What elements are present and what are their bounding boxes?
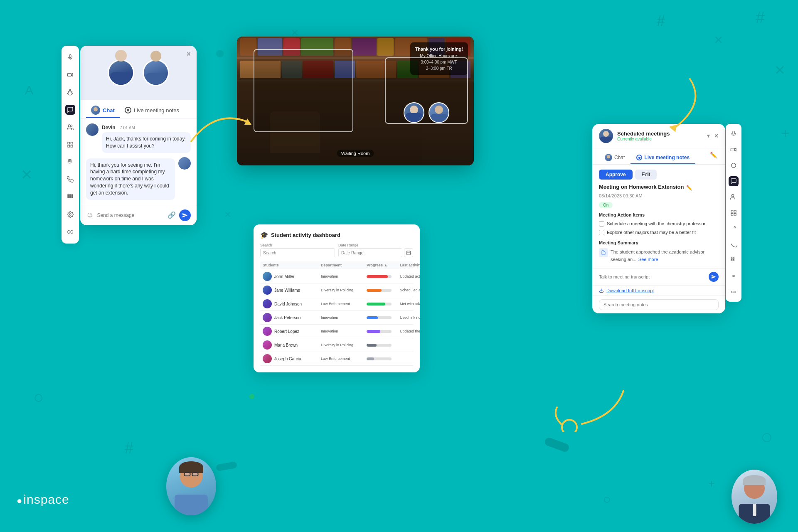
meeting-apps-icon[interactable] bbox=[729, 255, 739, 265]
meeting-title: Scheduled meetings bbox=[617, 131, 670, 137]
student-avatar bbox=[263, 299, 272, 308]
caption-icon[interactable]: CC bbox=[65, 227, 75, 237]
meeting-tabs: Chat Live meeting notes ✏️ bbox=[592, 148, 725, 165]
svg-rect-13 bbox=[71, 197, 73, 198]
chat-sidebar: CC bbox=[62, 46, 79, 244]
date-range-start[interactable] bbox=[338, 248, 402, 257]
progress-cell bbox=[367, 289, 400, 292]
chat-messages: Devin 7:01 AM Hi, Jack, thanks for comin… bbox=[80, 118, 197, 205]
tab-chat[interactable]: Chat bbox=[86, 103, 120, 118]
approve-button[interactable]: Approve bbox=[599, 170, 633, 180]
svg-rect-7 bbox=[71, 145, 73, 147]
emoji-icon[interactable]: ☺ bbox=[86, 211, 94, 219]
send-button[interactable] bbox=[179, 209, 191, 221]
users-icon[interactable] bbox=[65, 122, 75, 132]
dept-cell: Innovation bbox=[321, 315, 367, 320]
transcript-send-button[interactable] bbox=[709, 272, 719, 282]
person-illustration-older bbox=[732, 470, 777, 524]
table-row: Jane Williams Diversity in Policing Sche… bbox=[260, 283, 413, 297]
meeting-panel: Scheduled meetings Currently available ▼… bbox=[592, 124, 725, 313]
video-background: Waiting Room Thank you for joining! My O… bbox=[237, 37, 474, 165]
chat-icon[interactable] bbox=[65, 105, 75, 115]
table-body: John Miller Innovation Updated action it… bbox=[260, 270, 413, 366]
video-icon[interactable] bbox=[65, 70, 75, 80]
svg-rect-11 bbox=[68, 197, 69, 198]
svg-rect-12 bbox=[70, 197, 71, 198]
meeting-users-icon[interactable] bbox=[729, 192, 739, 202]
progress-cell bbox=[367, 303, 400, 305]
summary-icon bbox=[599, 248, 608, 257]
student-name-cell: Maria Brown bbox=[263, 340, 321, 350]
action-items-title: Meeting Action Items bbox=[599, 212, 719, 217]
devin-avatar bbox=[86, 123, 99, 136]
chat-tabs: Chat Live meeting notes bbox=[80, 100, 197, 118]
meeting-tab-notes[interactable]: Live meeting notes bbox=[631, 152, 695, 164]
meeting-settings-icon[interactable] bbox=[729, 271, 739, 281]
meeting-phone-icon[interactable] bbox=[729, 239, 739, 249]
participant-avatar-1 bbox=[108, 59, 134, 86]
mic-icon[interactable] bbox=[65, 52, 75, 62]
search-input[interactable] bbox=[260, 248, 335, 257]
meeting-hand-icon[interactable] bbox=[729, 224, 739, 234]
search-notes-input[interactable] bbox=[599, 299, 719, 310]
person-illustration-young bbox=[166, 457, 216, 515]
dept-cell: Innovation bbox=[321, 274, 367, 278]
date-label: Date Range bbox=[338, 243, 413, 247]
transcript-input[interactable] bbox=[599, 274, 705, 279]
dept-cell: Diversity in Policing bbox=[321, 288, 367, 292]
message-devin: Devin 7:01 AM Hi, Jack, thanks for comin… bbox=[86, 123, 191, 153]
student-avatar bbox=[263, 313, 272, 322]
svg-rect-19 bbox=[733, 131, 734, 134]
summary-title: Meeting Summary bbox=[599, 240, 719, 245]
date-icon[interactable] bbox=[404, 248, 413, 257]
tab-live-notes[interactable]: Live meeting notes bbox=[120, 103, 184, 118]
svg-point-3 bbox=[68, 125, 70, 127]
meeting-grid-icon[interactable] bbox=[729, 208, 739, 218]
meeting-header: Scheduled meetings Currently available ▼… bbox=[592, 124, 725, 148]
svg-rect-4 bbox=[68, 142, 70, 144]
settings-icon[interactable] bbox=[65, 209, 75, 219]
see-more-link[interactable]: See more bbox=[638, 257, 658, 262]
dashboard-title: 🎓 Student activity dashboard bbox=[260, 231, 413, 239]
meeting-mic-icon[interactable] bbox=[729, 129, 739, 139]
progress-cell bbox=[367, 275, 400, 278]
download-link[interactable]: Download full transcript bbox=[606, 288, 654, 293]
attach-icon[interactable]: 🔗 bbox=[167, 211, 176, 219]
message-time: 7:01 AM bbox=[120, 126, 135, 130]
dropdown-icon[interactable]: ▼ bbox=[706, 133, 711, 139]
approve-edit-row: Approve Edit bbox=[599, 170, 719, 180]
sender-name: Devin bbox=[102, 125, 116, 131]
svg-rect-29 bbox=[731, 260, 732, 261]
meeting-tab-chat[interactable]: Chat bbox=[599, 152, 631, 164]
checkbox-2[interactable] bbox=[599, 230, 604, 235]
svg-rect-30 bbox=[733, 260, 734, 261]
svg-rect-25 bbox=[731, 213, 733, 215]
hand-icon[interactable] bbox=[65, 157, 75, 167]
progress-cell bbox=[367, 316, 400, 319]
apps-icon[interactable] bbox=[65, 192, 75, 202]
puzzle-icon[interactable] bbox=[65, 87, 75, 97]
meeting-close-button[interactable]: × bbox=[714, 132, 719, 140]
svg-rect-28 bbox=[733, 258, 734, 259]
close-button[interactable]: × bbox=[186, 50, 191, 59]
meeting-puzzle-icon[interactable] bbox=[729, 160, 739, 170]
meeting-chat-icon[interactable] bbox=[729, 176, 739, 186]
svg-point-31 bbox=[733, 275, 734, 277]
edit-pencil-icon[interactable]: ✏️ bbox=[710, 152, 719, 164]
meeting-caption-icon[interactable]: CC bbox=[729, 287, 739, 297]
checkbox-1[interactable] bbox=[599, 221, 604, 227]
summary-row: The student approached the academic advi… bbox=[599, 248, 719, 263]
message-text: Hi, Jack, thanks for coming in today. Ho… bbox=[102, 132, 191, 153]
dept-cell: Innovation bbox=[321, 329, 367, 333]
grid-icon[interactable] bbox=[65, 140, 75, 150]
action-item-1-text: Schedule a meeting with the chemistry pr… bbox=[607, 221, 705, 227]
meeting-video-icon[interactable] bbox=[729, 145, 739, 155]
jack-message-text: Hi, thank you for seeing me. I'm having … bbox=[86, 158, 175, 200]
edit-button[interactable]: Edit bbox=[635, 170, 657, 180]
meeting-name-edit-icon[interactable]: ✏️ bbox=[686, 185, 692, 191]
chat-input[interactable] bbox=[97, 212, 164, 218]
student-avatar bbox=[263, 340, 272, 350]
phone-icon[interactable] bbox=[65, 175, 75, 185]
chat-input-area: ☺ 🔗 bbox=[80, 205, 197, 225]
svg-rect-23 bbox=[731, 210, 733, 212]
